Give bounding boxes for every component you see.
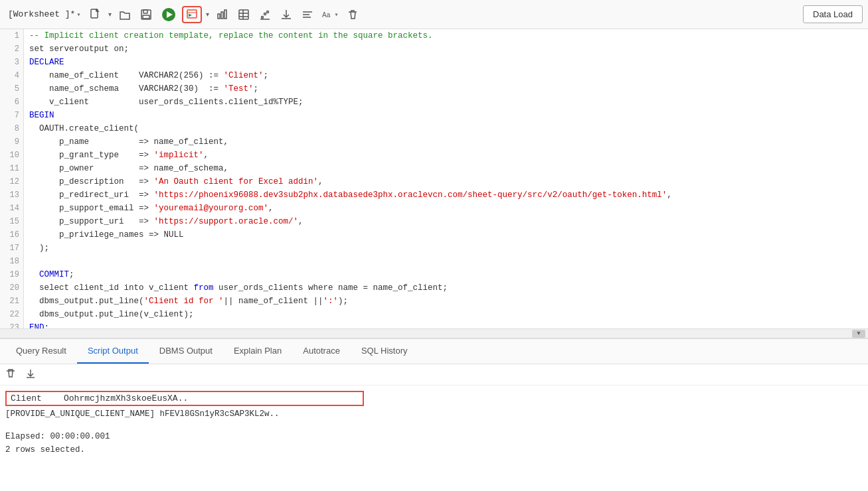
code-line: name_of_client VARCHAR2(256) := 'Client'… — [29, 69, 863, 82]
output-delete-button[interactable] — [3, 367, 19, 382]
open-button[interactable] — [116, 7, 134, 23]
elapsed-time: Elapsed: 00:00:00.001 — [5, 430, 863, 443]
delete-button[interactable] — [343, 7, 362, 23]
grid-icon — [238, 9, 250, 21]
new-file-dropdown[interactable]: ▾ — [107, 9, 113, 20]
run-script-dropdown-arrow: ▾ — [206, 11, 209, 18]
toolbar-left: [Worksheet ]* ▾ ▾ — [5, 5, 362, 24]
tab-script-output[interactable]: Script Output — [77, 339, 149, 364]
output-toolbar — [0, 364, 868, 386]
run-script-button[interactable]: ▶ — [182, 6, 202, 23]
svg-rect-2 — [143, 10, 147, 13]
code-line: p_support_email => 'youremail@yourorg.co… — [29, 202, 863, 215]
toolbar-right: Data Load — [803, 5, 863, 23]
tab-autotrace[interactable]: Autotrace — [292, 339, 351, 364]
code-editor[interactable]: 12345 678910 1112131415 1617181920 21222… — [0, 29, 868, 329]
line-numbers: 12345 678910 1112131415 1617181920 21222… — [0, 29, 24, 329]
code-line: select client_id into v_client from user… — [29, 281, 863, 295]
stats-icon — [259, 9, 271, 21]
new-file-dropdown-arrow: ▾ — [108, 11, 112, 18]
output-area: Client OohrmcjhzmXh3skoeEusXA.. [PROVIDE… — [0, 386, 868, 491]
chart-button[interactable] — [213, 7, 232, 23]
code-line: p_grant_type => 'implicit', — [29, 149, 863, 162]
svg-point-15 — [262, 16, 264, 18]
stats-button[interactable] — [256, 7, 274, 23]
code-line: p_support_uri => 'https://support.oracle… — [29, 215, 863, 228]
editor-scrollbar: ▼ — [0, 329, 868, 338]
code-line: dbms_output.put_line(v_client); — [29, 308, 863, 321]
code-line: p_description => 'An Oauth client for Ex… — [29, 175, 863, 188]
code-line: p_redirect_uri => 'https://phoenix96088.… — [29, 188, 863, 202]
tab-dbms-output[interactable]: DBMS Output — [149, 339, 223, 364]
play-icon — [161, 7, 176, 22]
svg-rect-3 — [143, 15, 149, 19]
run-script-icon: ▶ — [186, 9, 198, 21]
code-line: p_privilege_names => NULL — [29, 228, 863, 242]
code-line: p_name => name_of_client, — [29, 135, 863, 149]
svg-rect-10 — [224, 10, 226, 19]
code-line: COMMIT; — [29, 268, 863, 281]
chart-icon — [217, 9, 228, 21]
save-icon — [140, 9, 152, 21]
new-file-icon — [89, 9, 101, 21]
download-icon — [280, 9, 292, 21]
code-container: 12345 678910 1112131415 1617181920 21222… — [0, 29, 868, 329]
code-line: -- Implicit client creation template, re… — [29, 29, 863, 42]
worksheet-dropdown[interactable]: [Worksheet ]* ▾ — [5, 7, 83, 21]
output-elapsed: Elapsed: 00:00:00.001 2 rows selected. — [5, 430, 863, 456]
format-icon — [302, 9, 313, 21]
code-line: p_owner => name_of_schema, — [29, 162, 863, 175]
output-client-value: OohrmcjhzmXh3skoeEusXA.. — [64, 393, 359, 403]
output-client-label: Client — [11, 393, 64, 403]
code-line: dbms_output.put_line('Client id for '|| … — [29, 295, 863, 308]
output-result-row: Client OohrmcjhzmXh3skoeEusXA.. — [5, 391, 364, 406]
code-line: BEGIN — [29, 109, 863, 122]
worksheet-label: [Worksheet ]* — [8, 9, 75, 19]
svg-rect-11 — [239, 10, 248, 19]
code-lines: -- Implicit client creation template, re… — [24, 29, 868, 329]
tabs-bar: Query Result Script Output DBMS Output E… — [0, 339, 868, 364]
grid-button[interactable] — [234, 7, 253, 23]
tab-query-result[interactable]: Query Result — [5, 339, 77, 364]
download-button[interactable] — [277, 7, 296, 23]
output-result-row2: [PROVIDE_A_UNIQUE_CLIENT_NAME] hFEVl8GSn… — [5, 409, 863, 419]
code-line: ); — [29, 242, 863, 255]
code-line — [29, 255, 863, 268]
run-button[interactable] — [158, 5, 179, 24]
code-line: OAUTH.create_client( — [29, 122, 863, 135]
svg-rect-8 — [218, 14, 220, 19]
toolbar: [Worksheet ]* ▾ ▾ — [0, 0, 868, 29]
output-download-icon — [25, 368, 36, 379]
svg-text:Aa: Aa — [322, 11, 331, 19]
run-script-dropdown[interactable]: ▾ — [205, 9, 211, 20]
output-trash-icon — [5, 368, 16, 379]
code-line: set serveroutput on; — [29, 42, 863, 56]
output-download-button[interactable] — [23, 367, 39, 382]
save-button[interactable] — [137, 7, 155, 23]
tab-sql-history[interactable]: SQL History — [351, 339, 418, 364]
text-size-dropdown-arrow: ▾ — [334, 11, 338, 19]
tab-explain-plan[interactable]: Explain Plan — [223, 339, 292, 364]
scroll-down-button[interactable]: ▼ — [852, 330, 865, 338]
code-line: DECLARE — [29, 56, 863, 69]
code-line: END; — [29, 321, 863, 329]
code-line: name_of_schema VARCHAR2(30) := 'Test'; — [29, 82, 863, 96]
text-size-icon: Aa — [322, 9, 333, 20]
trash-icon — [347, 9, 359, 21]
svg-rect-9 — [221, 12, 223, 19]
svg-point-16 — [264, 13, 266, 15]
code-line: v_client user_ords_clients.client_id%TYP… — [29, 96, 863, 109]
new-file-button[interactable] — [86, 7, 104, 23]
format-button[interactable] — [298, 7, 317, 23]
bottom-panel: Query Result Script Output DBMS Output E… — [0, 338, 868, 491]
rows-selected: 2 rows selected. — [5, 443, 863, 456]
open-icon — [119, 9, 131, 21]
text-size-dropdown[interactable]: Aa ▾ — [319, 7, 341, 22]
worksheet-dropdown-arrow: ▾ — [76, 11, 80, 19]
svg-point-17 — [267, 11, 269, 13]
data-load-button[interactable]: Data Load — [803, 5, 863, 23]
